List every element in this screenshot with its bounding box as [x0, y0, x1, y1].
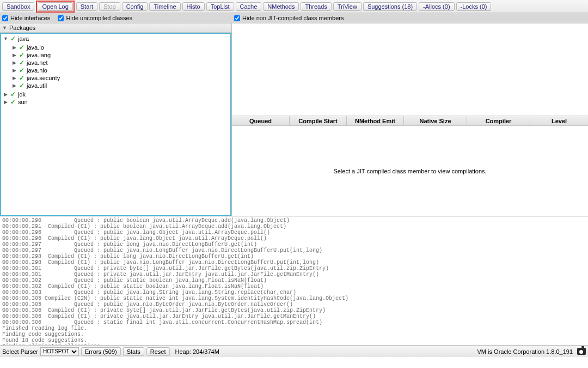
tree-node[interactable]: ▶✓sun — [3, 98, 230, 106]
hide-nonjit-check[interactable]: Hide non JIT-compiled class members — [234, 15, 344, 21]
allocs-button[interactable]: -Allocs (0) — [419, 2, 455, 11]
snapshot-icon[interactable] — [577, 348, 586, 355]
toplist-button[interactable]: TopList — [206, 2, 234, 11]
open-log-button[interactable]: Open Log — [38, 2, 72, 11]
start-button[interactable]: Start — [76, 2, 97, 11]
check-icon: ✓ — [19, 51, 24, 59]
disclosure-icon[interactable]: ▶ — [12, 75, 17, 81]
open-log-highlight: Open Log — [36, 1, 74, 13]
col-level[interactable]: Level — [530, 116, 588, 125]
heap-label: Heap: 204/374M — [175, 348, 219, 355]
check-icon: ✓ — [10, 91, 16, 98]
col-queued[interactable]: Queued — [232, 116, 290, 125]
tree-node-label: java.io — [27, 44, 44, 51]
hide-uncompiled-label: Hide uncompiled classes — [66, 15, 132, 21]
col-compile-start[interactable]: Compile Start — [290, 116, 347, 125]
stop-button: Stop — [99, 2, 120, 11]
triview-button[interactable]: TriView — [333, 2, 362, 11]
disclosure-icon[interactable]: ▶ — [3, 92, 8, 97]
col-native-size[interactable]: Native Size — [404, 116, 467, 125]
tree-node[interactable]: ▶✓java.io — [12, 44, 230, 51]
select-parser-label: Select Parser — [2, 348, 38, 355]
tree-node-label: java — [18, 35, 29, 42]
config-button[interactable]: Config — [122, 2, 148, 11]
hide-uncompiled-check[interactable]: Hide uncompiled classes — [58, 15, 132, 21]
tree-node[interactable]: ▶✓java.security — [12, 74, 230, 82]
log-output[interactable]: 00:00:00.290 Queued : public boolean jav… — [0, 216, 588, 345]
cache-button[interactable]: Cache — [236, 2, 262, 11]
right-filter-strip: Hide non JIT-compiled class members — [232, 13, 588, 23]
disclosure-icon[interactable]: ▶ — [12, 83, 17, 88]
hide-interfaces-label: Hide interfaces — [10, 15, 50, 21]
tree-header[interactable]: ▼ Packages — [0, 23, 231, 33]
check-icon: ✓ — [19, 67, 24, 74]
disclosure-icon[interactable]: ▶ — [12, 60, 17, 65]
nmethods-button[interactable]: NMethods — [263, 2, 299, 11]
disclosure-icon[interactable]: ▶ — [3, 99, 8, 105]
main-split: Hide interfaces Hide uncompiled classes … — [0, 13, 588, 216]
disclosure-icon[interactable]: ▶ — [12, 52, 17, 58]
check-icon: ✓ — [19, 59, 24, 67]
hide-nonjit-label: Hide non JIT-compiled class members — [242, 15, 344, 21]
tree-node-label: java.lang — [27, 52, 51, 58]
tree-node[interactable]: ▶✓jdk — [3, 91, 230, 98]
suggestions-button[interactable]: Suggestions (18) — [363, 2, 417, 11]
check-icon: ✓ — [19, 82, 24, 89]
check-icon: ✓ — [10, 98, 16, 106]
tree-node-label: java.security — [27, 75, 60, 81]
hide-interfaces-check[interactable]: Hide interfaces — [2, 15, 50, 21]
parser-select[interactable]: HOTSPOT — [40, 347, 79, 356]
col-compiler[interactable]: Compiler — [467, 116, 530, 125]
sandbox-button[interactable]: Sandbox — [2, 2, 34, 11]
errors-button[interactable]: Errors (509) — [81, 347, 121, 356]
disclosure-icon[interactable]: ▼ — [3, 36, 8, 41]
tree-node[interactable]: ▶✓java.lang — [12, 51, 230, 59]
stats-button[interactable]: Stats — [123, 347, 144, 356]
locks-button[interactable]: -Locks (0) — [456, 2, 492, 11]
tree-node[interactable]: ▼✓java — [3, 35, 230, 43]
threads-button[interactable]: Threads — [301, 2, 331, 11]
top-toolbar: Sandbox Open Log Start Stop Config Timel… — [0, 0, 588, 13]
package-tree[interactable]: ▼✓java▶✓java.io▶✓java.lang▶✓java.net▶✓ja… — [0, 33, 231, 216]
tree-node-label: java.net — [27, 59, 48, 66]
tree-node[interactable]: ▶✓java.nio — [12, 67, 230, 74]
hide-interfaces-checkbox[interactable] — [2, 15, 8, 21]
left-filter-strip: Hide interfaces Hide uncompiled classes — [0, 13, 232, 23]
status-bar: Select Parser HOTSPOT Errors (509) Stats… — [0, 345, 588, 357]
hide-nonjit-checkbox[interactable] — [234, 15, 240, 21]
compilations-placeholder: Select a JIT-compiled class member to vi… — [232, 126, 588, 216]
left-pane: Hide interfaces Hide uncompiled classes … — [0, 13, 232, 216]
tree-node-label: java.util — [27, 82, 47, 89]
check-icon: ✓ — [19, 74, 24, 82]
histo-button[interactable]: Histo — [182, 2, 205, 11]
tree-node[interactable]: ▶✓java.util — [12, 82, 230, 89]
disclosure-icon[interactable]: ▶ — [12, 45, 17, 50]
hide-uncompiled-checkbox[interactable] — [58, 15, 64, 21]
tree-header-disclosure-icon[interactable]: ▼ — [2, 25, 7, 31]
tree-header-label: Packages — [9, 25, 35, 31]
timeline-button[interactable]: Timeline — [149, 2, 180, 11]
reset-button[interactable]: Reset — [146, 347, 170, 356]
tree-node-label: sun — [18, 99, 28, 105]
col-nmethod-emit[interactable]: NMethod Emit — [347, 116, 404, 125]
tree-node[interactable]: ▶✓java.net — [12, 59, 230, 67]
tree-node-label: java.nio — [27, 67, 47, 74]
vm-label: VM is Oracle Corporation 1.8.0_191 — [477, 348, 573, 355]
check-icon: ✓ — [19, 44, 24, 51]
compilations-header: Queued Compile Start NMethod Emit Native… — [232, 116, 588, 126]
tree-node-label: jdk — [18, 91, 26, 98]
right-pane: Hide non JIT-compiled class members Queu… — [232, 13, 588, 216]
check-icon: ✓ — [10, 35, 16, 43]
members-table-empty — [232, 23, 588, 116]
disclosure-icon[interactable]: ▶ — [12, 68, 17, 73]
